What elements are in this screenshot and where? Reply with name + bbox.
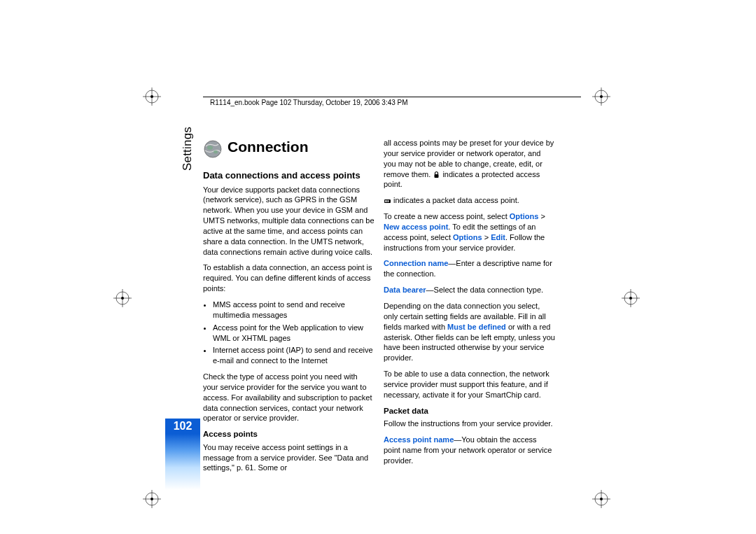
body-text: Check the type of access point you need … (203, 372, 374, 423)
svg-point-23 (629, 297, 632, 300)
crop-mark-icon (592, 87, 610, 106)
page-gradient (165, 434, 200, 490)
body-text: all access points may be preset for your… (384, 138, 555, 190)
field-label: Must be defined (447, 323, 506, 331)
right-column: all access points may be preset for your… (384, 138, 555, 471)
text-run: To create a new access point, select (384, 212, 510, 220)
field-label: Connection name (384, 259, 448, 267)
svg-point-15 (600, 498, 603, 500)
list-item: Access point for the Web application to … (213, 323, 374, 344)
svg-point-3 (150, 95, 153, 98)
svg-point-19 (121, 297, 124, 300)
subheading-access-points: Access points (203, 429, 374, 440)
crop-mark-icon (592, 490, 610, 508)
menu-path: Options (453, 233, 482, 241)
globe-icon (203, 139, 223, 159)
svg-rect-28 (435, 174, 439, 178)
svg-point-27 (214, 150, 218, 154)
header-text: R1114_en.book Page 102 Thursday, October… (210, 99, 408, 106)
bullet-list: MMS access point to send and receive mul… (203, 300, 374, 366)
list-item: Internet access point (IAP) to send and … (213, 345, 374, 366)
field-label: Access point name (384, 435, 454, 444)
crop-mark-icon (143, 490, 161, 508)
body-text: To create a new access point, select Opt… (384, 211, 555, 253)
list-item: MMS access point to send and receive mul… (213, 300, 374, 321)
svg-point-7 (600, 95, 603, 98)
svg-rect-31 (386, 200, 387, 202)
text-run: > (482, 233, 491, 241)
text-run: > (538, 212, 545, 220)
section-tab-label: Settings (181, 127, 195, 171)
menu-path: Edit (491, 233, 505, 241)
menu-path: New access point (384, 223, 448, 231)
body-text: Your device supports packet data connect… (203, 185, 374, 258)
crop-mark-icon (622, 289, 640, 307)
svg-point-26 (207, 146, 213, 150)
body-text: Data bearer—Select the data connection t… (384, 285, 555, 295)
left-column: Data connections and access points Your … (203, 169, 374, 479)
field-label: Data bearer (384, 286, 426, 294)
packet-data-icon (384, 197, 391, 205)
body-text: Connection name—Enter a descriptive name… (384, 258, 555, 279)
body-text: Depending on the data connection you sel… (384, 301, 555, 363)
body-text: You may receive access point settings in… (203, 442, 374, 474)
subheading-data-connections: Data connections and access points (203, 169, 374, 182)
crop-mark-icon (113, 289, 132, 307)
menu-path: Options (510, 212, 539, 220)
svg-rect-32 (388, 200, 388, 202)
text-run: indicates a packet data access point. (393, 196, 519, 204)
body-text: To be able to use a data connection, the… (384, 369, 555, 400)
svg-point-11 (150, 498, 153, 500)
body-text: To establish a data connection, an acces… (203, 262, 374, 294)
manual-page: R1114_en.book Page 102 Thursday, October… (0, 0, 756, 534)
body-text: indicates a packet data access point. (384, 195, 555, 206)
subheading-packet-data: Packet data (384, 406, 555, 417)
crop-mark-icon (143, 87, 161, 106)
svg-rect-30 (385, 200, 386, 202)
header-rule (203, 97, 581, 97)
lock-icon (433, 171, 440, 178)
body-text: Access point name—You obtain the access … (384, 435, 555, 466)
body-text: Follow the instructions from your servic… (384, 419, 555, 429)
text-run: —Select the data connection type. (426, 286, 544, 294)
page-number: 102 (165, 419, 200, 434)
page-title: Connection (227, 139, 309, 155)
